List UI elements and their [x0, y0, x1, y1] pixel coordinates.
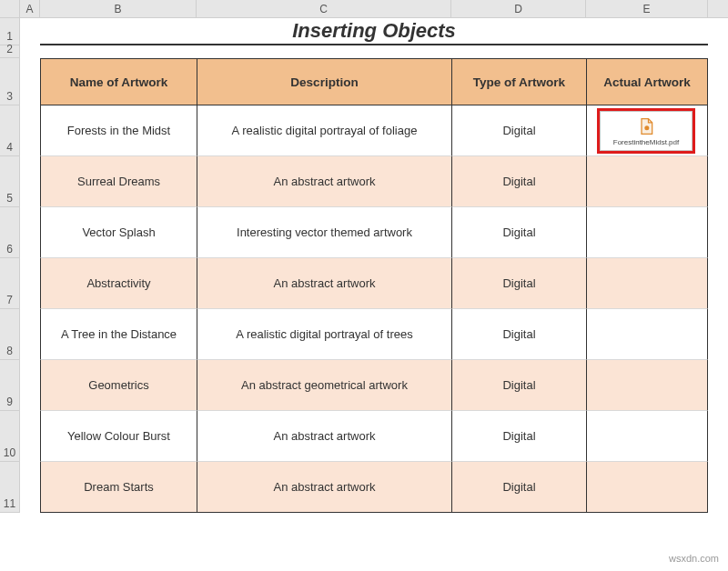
embedded-filename: ForestintheMidst.pdf	[612, 138, 681, 146]
cell-a7[interactable]	[20, 258, 40, 309]
cell-type[interactable]: Digital	[451, 462, 586, 513]
cell-type[interactable]: Digital	[451, 156, 586, 207]
row-header-10[interactable]: 10	[0, 411, 20, 462]
row-1: 1 Inserting Objects	[0, 18, 728, 45]
cell-artwork[interactable]	[586, 156, 708, 207]
cell-b2[interactable]	[40, 45, 708, 58]
cell-type[interactable]: Digital	[451, 360, 586, 411]
row-2: 2	[0, 45, 728, 58]
watermark: wsxdn.com	[669, 553, 719, 564]
cell-a3[interactable]	[20, 58, 40, 105]
cell-desc[interactable]: An abstract artwork	[197, 411, 451, 462]
cell-a5[interactable]	[20, 156, 40, 207]
cell-a6[interactable]	[20, 207, 40, 258]
header-desc[interactable]: Description	[197, 58, 451, 105]
cell-a8[interactable]	[20, 309, 40, 360]
header-name[interactable]: Name of Artwork	[40, 58, 197, 105]
col-header-d[interactable]: D	[451, 0, 586, 17]
header-actual[interactable]: Actual Artwork	[586, 58, 708, 105]
cell-desc[interactable]: Interesting vector themed artwork	[197, 207, 451, 258]
cell-type[interactable]: Digital	[451, 105, 586, 156]
grid-body: 1 Inserting Objects 2 3 Name of Artwork …	[0, 18, 728, 513]
cell-name[interactable]: Abstractivity	[40, 258, 197, 309]
table-row: 6 Vector Splash Interesting vector theme…	[0, 207, 728, 258]
svg-point-0	[644, 125, 649, 130]
cell-artwork[interactable]	[586, 462, 708, 513]
spreadsheet: A B C D E 1 Inserting Objects 2 3 Name o…	[0, 0, 728, 571]
cell-name[interactable]: Vector Splash	[40, 207, 197, 258]
cell-a10[interactable]	[20, 411, 40, 462]
cell-name[interactable]: Forests in the Midst	[40, 105, 197, 156]
col-header-a[interactable]: A	[20, 0, 40, 17]
row-header-7[interactable]: 7	[0, 258, 20, 309]
row-header-4[interactable]: 4	[0, 105, 20, 156]
page-title[interactable]: Inserting Objects	[40, 18, 708, 45]
cell-desc[interactable]: An abstract artwork	[197, 462, 451, 513]
row-3: 3 Name of Artwork Description Type of Ar…	[0, 58, 728, 105]
cell-a9[interactable]	[20, 360, 40, 411]
cell-name[interactable]: A Tree in the Distance	[40, 309, 197, 360]
cell-name[interactable]: Geometrics	[40, 360, 197, 411]
cell-type[interactable]: Digital	[451, 411, 586, 462]
row-header-6[interactable]: 6	[0, 207, 20, 258]
select-all-corner[interactable]	[0, 0, 20, 17]
col-header-e[interactable]: E	[586, 0, 708, 17]
table-row: 9 Geometrics An abstract geometrical art…	[0, 360, 728, 411]
table-row: 5 Surreal Dreams An abstract artwork Dig…	[0, 156, 728, 207]
col-header-b[interactable]: B	[40, 0, 197, 17]
table-row: 10 Yellow Colour Burst An abstract artwo…	[0, 411, 728, 462]
cell-name[interactable]: Surreal Dreams	[40, 156, 197, 207]
cell-a11[interactable]	[20, 462, 40, 513]
pdf-icon	[636, 116, 656, 136]
cell-type[interactable]: Digital	[451, 207, 586, 258]
cell-name[interactable]: Dream Starts	[40, 462, 197, 513]
cell-artwork[interactable]	[586, 360, 708, 411]
table-row: 8 A Tree in the Distance A realistic dig…	[0, 309, 728, 360]
row-header-11[interactable]: 11	[0, 462, 20, 513]
cell-desc[interactable]: An abstract geometrical artwork	[197, 360, 451, 411]
header-type[interactable]: Type of Artwork	[451, 58, 586, 105]
cell-name[interactable]: Yellow Colour Burst	[40, 411, 197, 462]
table-row: 7 Abstractivity An abstract artwork Digi…	[0, 258, 728, 309]
cell-type[interactable]: Digital	[451, 258, 586, 309]
cell-desc[interactable]: An abstract artwork	[197, 156, 451, 207]
table-row: 11 Dream Starts An abstract artwork Digi…	[0, 462, 728, 513]
row-header-8[interactable]: 8	[0, 309, 20, 360]
row-header-1[interactable]: 1	[0, 18, 20, 45]
embedded-object[interactable]: ForestintheMidst.pdf	[597, 108, 695, 154]
cell-a1[interactable]	[20, 18, 40, 45]
col-header-c[interactable]: C	[197, 0, 451, 17]
cell-desc[interactable]: A realistic digital portrayal of trees	[197, 309, 451, 360]
row-header-9[interactable]: 9	[0, 360, 20, 411]
cell-artwork[interactable]	[586, 309, 708, 360]
cell-artwork[interactable]	[586, 207, 708, 258]
cell-desc[interactable]: A realistic digital portrayal of foliage	[197, 105, 451, 156]
cell-artwork[interactable]	[586, 411, 708, 462]
row-header-3[interactable]: 3	[0, 58, 20, 105]
row-header-5[interactable]: 5	[0, 156, 20, 207]
cell-type[interactable]: Digital	[451, 309, 586, 360]
cell-desc[interactable]: An abstract artwork	[197, 258, 451, 309]
cell-artwork[interactable]	[586, 258, 708, 309]
cell-a4[interactable]	[20, 105, 40, 156]
cell-a2[interactable]	[20, 45, 40, 58]
column-headers: A B C D E	[0, 0, 728, 18]
row-header-2[interactable]: 2	[0, 45, 20, 58]
